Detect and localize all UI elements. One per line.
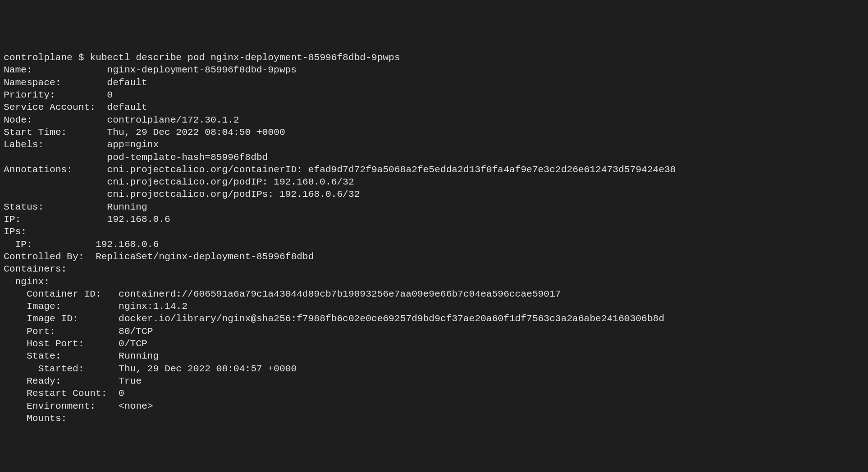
terminal-output: controlplane $ kubectl describe pod ngin… [4,51,864,425]
field-ip-label: IP: [4,214,21,225]
field-node-label: Node: [4,115,32,125]
field-image-label: Image: [26,301,61,312]
field-node-value: controlplane/172.30.1.2 [107,115,239,125]
field-namespace-value: default [107,77,147,88]
field-ready-label: Ready: [26,376,61,386]
field-environment-value: <none> [119,401,153,411]
field-restart-count-value: 0 [119,388,124,399]
field-started-label: Started: [38,364,84,374]
field-port-label: Port: [26,326,55,337]
field-image-id-label: Image ID: [26,313,78,324]
field-host-port-label: Host Port: [26,339,84,349]
field-name-label: Name: [4,65,32,75]
field-labels-label: Labels: [4,139,44,150]
field-state-label: State: [26,351,61,361]
field-annotations-value-2: cni.projectcalico.org/podIP: 192.168.0.6… [107,177,354,187]
field-mounts-label: Mounts: [26,413,67,424]
prompt-symbol: $ [78,52,84,63]
field-annotations-value-3: cni.projectcalico.org/podIPs: 192.168.0.… [107,189,360,200]
field-name-value: nginx-deployment-85996f8dbd-9pwps [107,65,297,75]
field-priority-value: 0 [107,90,113,100]
field-ip-value: 192.168.0.6 [107,214,170,225]
field-started-value: Thu, 29 Dec 2022 08:04:57 +0000 [119,364,297,374]
field-ips-sub-value: 192.168.0.6 [96,239,159,250]
field-image-id-value: docker.io/library/nginx@sha256:f7988fb6c… [119,313,664,324]
prompt-host: controlplane [4,52,72,63]
field-labels-value-1: app=nginx [107,139,159,150]
container-name: nginx: [15,277,50,287]
field-annotations-value-1: cni.projectcalico.org/containerID: efad9… [107,164,676,175]
field-service-account-label: Service Account: [4,102,96,113]
field-ready-value: True [119,376,141,386]
command-text: kubectl describe pod nginx-deployment-85… [90,52,400,63]
field-service-account-value: default [107,102,147,113]
field-containers-label: Containers: [4,264,67,274]
field-priority-label: Priority: [4,90,55,100]
field-status-value: Running [107,202,147,212]
field-container-id-label: Container ID: [26,289,101,299]
field-start-time-value: Thu, 29 Dec 2022 08:04:50 +0000 [107,127,285,138]
field-environment-label: Environment: [26,401,95,411]
field-ips-label: IPs: [4,226,26,237]
field-namespace-label: Namespace: [4,77,61,88]
field-labels-value-2: pod-template-hash=85996f8dbd [107,152,268,163]
field-ips-sub-label: IP: [15,239,32,250]
field-image-value: nginx:1.14.2 [119,301,187,312]
field-annotations-label: Annotations: [4,164,72,175]
field-state-value: Running [119,351,159,361]
field-container-id-value: containerd://606591a6a79c1a43044d89cb7b1… [119,289,561,299]
field-port-value: 80/TCP [119,326,153,337]
field-host-port-value: 0/TCP [119,339,147,349]
field-start-time-label: Start Time: [4,127,67,138]
field-controlled-by-value: ReplicaSet/nginx-deployment-85996f8dbd [96,251,314,262]
field-status-label: Status: [4,202,44,212]
field-restart-count-label: Restart Count: [26,388,107,399]
field-controlled-by-label: Controlled By: [4,251,84,262]
